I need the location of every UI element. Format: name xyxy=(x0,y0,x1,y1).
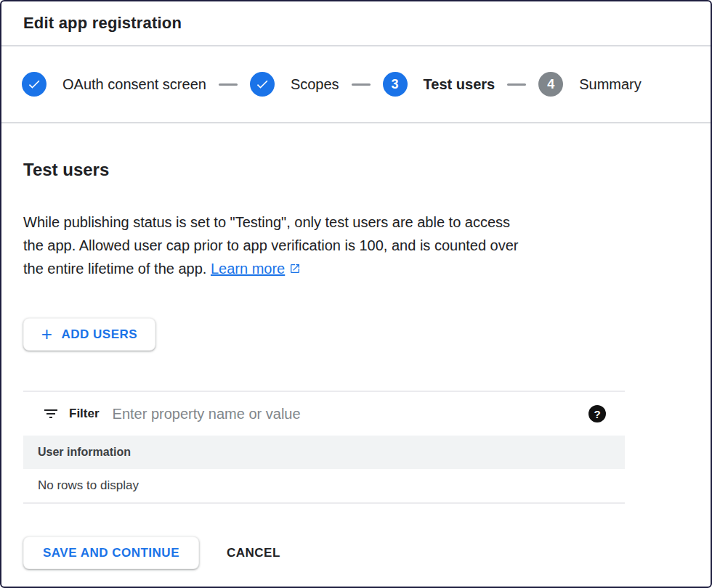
filter-input[interactable] xyxy=(113,406,588,422)
check-icon xyxy=(250,72,275,97)
test-users-table-card: Filter ? User information No rows to dis… xyxy=(23,391,625,504)
title-bar: Edit app registration xyxy=(1,1,711,46)
table-column-header: User information xyxy=(23,436,625,469)
learn-more-link[interactable]: Learn more xyxy=(211,257,301,280)
step-label: Test users xyxy=(424,76,495,93)
main-content: Test users While publishing status is se… xyxy=(1,160,711,569)
description-line: the app. Allowed user cap prior to app v… xyxy=(23,234,689,257)
filter-icon xyxy=(42,405,60,422)
plus-icon: + xyxy=(41,324,53,343)
description-line: While publishing status is set to "Testi… xyxy=(23,211,689,234)
step-label: OAuth consent screen xyxy=(62,76,206,93)
help-glyph: ? xyxy=(594,408,600,420)
external-link-icon xyxy=(289,263,301,274)
stepper: OAuth consent screen Scopes 3 Test users… xyxy=(1,46,711,123)
help-icon[interactable]: ? xyxy=(588,405,606,422)
empty-message: No rows to display xyxy=(38,478,139,493)
description-text: While publishing status is set to "Testi… xyxy=(23,211,689,280)
step-test-users[interactable]: 3 Test users xyxy=(383,72,495,97)
step-label: Summary xyxy=(579,76,642,93)
step-oauth-consent-screen[interactable]: OAuth consent screen xyxy=(22,72,206,97)
column-header-label: User information xyxy=(38,446,131,459)
filter-bar: Filter ? xyxy=(23,391,625,436)
step-number-badge: 4 xyxy=(538,72,563,97)
table-empty-row: No rows to display xyxy=(23,469,625,504)
step-scopes[interactable]: Scopes xyxy=(250,72,339,97)
cancel-button[interactable]: CANCEL xyxy=(224,539,283,568)
step-separator xyxy=(219,83,238,86)
learn-more-label: Learn more xyxy=(211,257,285,280)
footer-actions: SAVE AND CONTINUE CANCEL xyxy=(23,536,689,569)
filter-label: Filter xyxy=(69,407,100,421)
page-title: Edit app registration xyxy=(23,14,182,33)
step-separator xyxy=(507,83,526,86)
section-heading: Test users xyxy=(23,160,689,180)
step-number-badge: 3 xyxy=(383,72,408,97)
description-line: the entire lifetime of the app. Learn mo… xyxy=(23,257,689,280)
add-users-button[interactable]: + ADD USERS xyxy=(23,318,155,351)
save-and-continue-button[interactable]: SAVE AND CONTINUE xyxy=(23,536,199,569)
step-summary[interactable]: 4 Summary xyxy=(538,72,642,97)
add-users-label: ADD USERS xyxy=(62,327,138,342)
check-icon xyxy=(22,72,46,97)
step-separator xyxy=(352,83,371,86)
step-label: Scopes xyxy=(291,76,339,93)
description-line-text: the entire lifetime of the app. xyxy=(23,261,206,277)
